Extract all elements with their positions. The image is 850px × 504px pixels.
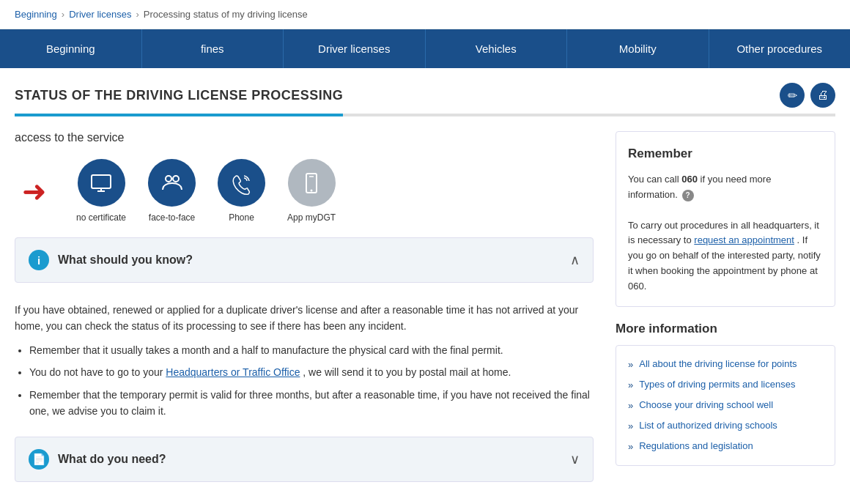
chevron-up-icon: ∧ xyxy=(570,252,580,268)
more-info-link-4[interactable]: Regulations and legislation xyxy=(639,440,753,453)
page-title-section: STATUS OF THE DRIVING LICENSE PROCESSING… xyxy=(0,68,850,108)
accordion-need-title: What do you need? xyxy=(58,453,166,466)
accordion-need-header-left: 📄 What do you need? xyxy=(29,449,166,470)
nav-other-procedures[interactable]: Other procedures xyxy=(709,29,851,68)
title-actions: ✏ 🖨 xyxy=(780,83,835,108)
know-bullet-2: You do not have to go to your Headquarte… xyxy=(29,364,594,380)
no-certificate-label: no certificate xyxy=(76,212,126,223)
access-label: access to the service xyxy=(15,131,594,144)
svg-point-7 xyxy=(311,189,313,191)
service-no-certificate[interactable]: no certificate xyxy=(76,159,126,223)
double-chevron-icon-4: » xyxy=(628,441,633,452)
double-chevron-icon-3: » xyxy=(628,420,633,431)
know-bullet-3: Remember that the temporary permit is va… xyxy=(29,387,594,420)
know-bullet-1: Remember that it usually takes a month a… xyxy=(29,342,594,358)
double-chevron-icon-1: » xyxy=(628,379,633,390)
svg-point-5 xyxy=(173,176,179,182)
service-face-to-face[interactable]: face-to-face xyxy=(148,159,196,223)
know-bullets: Remember that it usually takes a month a… xyxy=(29,342,594,420)
know-intro: If you have obtained, renewed or applied… xyxy=(15,302,594,335)
more-info-title: More information xyxy=(616,322,835,336)
nav-vehicles[interactable]: Vehicles xyxy=(426,29,568,68)
remember-phone-text: You can call 060 if you need more inform… xyxy=(628,172,823,203)
breadcrumb-home[interactable]: Beginning xyxy=(15,9,57,20)
more-info-link-3[interactable]: List of authorized driving schools xyxy=(639,419,777,432)
accordion-know-title: What should you know? xyxy=(58,253,193,267)
phone-label: Phone xyxy=(229,212,254,223)
phone-icon xyxy=(218,159,265,207)
more-info-item-1[interactable]: » Types of driving permits and licenses xyxy=(628,378,823,391)
face-to-face-label: face-to-face xyxy=(149,212,195,223)
nav-mobility[interactable]: Mobility xyxy=(567,29,709,68)
accordion-know-header-left: i What should you know? xyxy=(29,250,193,270)
access-section: access to the service ➜ no certificate xyxy=(15,131,594,223)
accordion-know: i What should you know? ∧ xyxy=(15,237,594,283)
remember-appointment-text: To carry out procedures in all headquart… xyxy=(628,218,823,294)
more-info-link-2[interactable]: Choose your driving school well xyxy=(639,399,773,412)
double-chevron-icon-2: » xyxy=(628,400,633,411)
nav-fines[interactable]: fines xyxy=(142,29,284,68)
info-icon: i xyxy=(29,250,49,270)
more-info-item-2[interactable]: » Choose your driving school well xyxy=(628,399,823,412)
accordion-need: 📄 What do you need? ∨ xyxy=(15,437,594,482)
breadcrumb-current: Processing status of my driving license xyxy=(144,9,308,20)
svg-rect-0 xyxy=(92,175,111,188)
print-button[interactable]: 🖨 xyxy=(810,83,835,108)
page-title: STATUS OF THE DRIVING LICENSE PROCESSING xyxy=(15,88,343,103)
edit-button[interactable]: ✏ xyxy=(780,83,805,108)
breadcrumb-sep2: › xyxy=(136,9,138,20)
no-certificate-icon xyxy=(78,159,125,207)
main-container: access to the service ➜ no certificate xyxy=(0,116,850,504)
remember-box: Remember You can call 060 if you need mo… xyxy=(616,131,835,307)
access-icons: ➜ no certificate xyxy=(22,159,594,223)
more-info-item-0[interactable]: » All about the driving license for poin… xyxy=(628,357,823,371)
breadcrumb: Beginning › Driver licenses › Processing… xyxy=(0,0,850,29)
chevron-down-icon: ∨ xyxy=(570,451,580,467)
doc-icon: 📄 xyxy=(29,449,49,470)
more-info-item-4[interactable]: » Regulations and legislation xyxy=(628,440,823,453)
left-column: access to the service ➜ no certificate xyxy=(15,131,594,494)
arrow-icon: ➜ xyxy=(22,174,47,208)
service-phone[interactable]: Phone xyxy=(218,159,265,223)
main-nav: Beginning fines Driver licenses Vehicles… xyxy=(0,29,850,68)
double-chevron-icon-0: » xyxy=(628,359,633,370)
nav-driver-licenses[interactable]: Driver licenses xyxy=(284,29,426,68)
more-info-item-3[interactable]: » List of authorized driving schools xyxy=(628,419,823,432)
breadcrumb-sep1: › xyxy=(62,9,64,20)
app-mydgt-label: App myDGT xyxy=(287,212,336,223)
service-app-mydgt[interactable]: App myDGT xyxy=(287,159,336,223)
more-info-link-0[interactable]: All about the driving license for points xyxy=(639,357,797,371)
help-icon[interactable]: ? xyxy=(682,190,694,201)
accordion-know-content: If you have obtained, renewed or applied… xyxy=(15,294,594,437)
remember-title: Remember xyxy=(628,144,823,163)
accordion-need-header[interactable]: 📄 What do you need? ∨ xyxy=(15,437,593,481)
more-info-box: » All about the driving license for poin… xyxy=(616,345,835,466)
nav-beginning[interactable]: Beginning xyxy=(0,29,142,68)
appointment-link[interactable]: request an appointment xyxy=(694,234,794,245)
breadcrumb-driver-licenses[interactable]: Driver licenses xyxy=(69,9,131,20)
headquarters-link[interactable]: Headquarters or Traffic Office xyxy=(166,366,300,378)
remember-phone: 060 xyxy=(681,174,698,185)
more-info-link-1[interactable]: Types of driving permits and licenses xyxy=(639,378,795,391)
accordion-know-header[interactable]: i What should you know? ∧ xyxy=(15,238,593,282)
right-column: Remember You can call 060 if you need mo… xyxy=(616,131,835,494)
app-mydgt-icon xyxy=(288,159,336,207)
remember-before: You can call xyxy=(628,174,681,185)
svg-point-4 xyxy=(166,176,171,182)
face-to-face-icon xyxy=(148,159,196,207)
